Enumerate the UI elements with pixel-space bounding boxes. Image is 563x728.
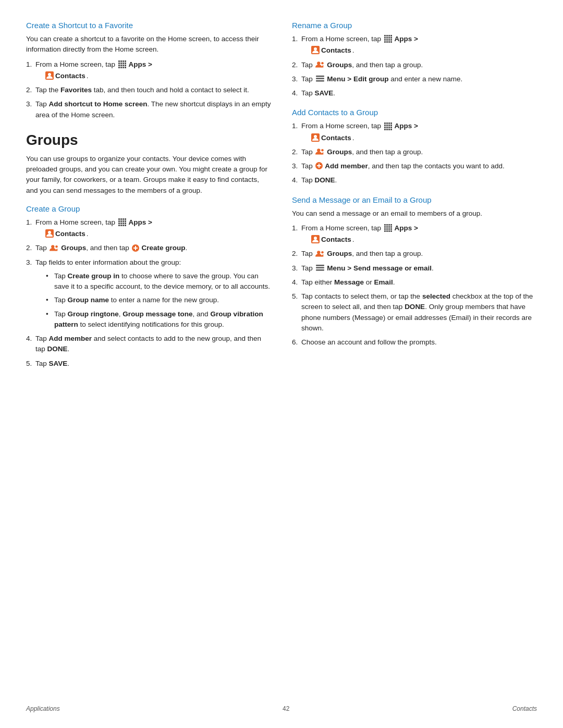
- contacts-icon-5: [311, 235, 320, 243]
- contacts-icon-2: [45, 229, 54, 238]
- svg-rect-69: [384, 127, 386, 128]
- bullet-group-name: Tap Group name to enter a name for the n…: [46, 295, 271, 305]
- svg-rect-103: [316, 269, 324, 271]
- send-step-6: Choose an account and follow the prompts…: [292, 337, 537, 348]
- svg-rect-101: [316, 265, 324, 266]
- send-message-title: Send a Message or an Email to a Group: [292, 195, 537, 204]
- svg-point-17: [48, 73, 51, 76]
- footer-right: Contacts: [512, 705, 537, 712]
- rename-step-1: From a Home screen, tap: [292, 34, 537, 56]
- svg-rect-94: [386, 230, 388, 232]
- svg-rect-4: [118, 63, 120, 64]
- svg-rect-10: [123, 65, 124, 66]
- groups-icon-2: [315, 60, 325, 69]
- svg-rect-65: [384, 125, 386, 126]
- svg-rect-19: [120, 218, 122, 220]
- footer-left: Applications: [26, 705, 60, 712]
- shortcut-title: Create a Shortcut to a Favorite: [26, 21, 271, 30]
- rename-step-3: Tap Menu > Edit group and enter a new na…: [292, 74, 537, 84]
- svg-rect-46: [384, 39, 386, 41]
- svg-point-99: [317, 251, 320, 254]
- svg-rect-71: [388, 127, 390, 128]
- svg-rect-9: [120, 65, 122, 66]
- send-step-1: From a Home screen, tap: [292, 223, 537, 245]
- contacts-icon: [45, 71, 54, 80]
- svg-rect-85: [384, 226, 386, 228]
- svg-rect-15: [125, 67, 126, 68]
- svg-rect-5: [120, 63, 122, 64]
- svg-rect-29: [125, 223, 126, 224]
- svg-rect-70: [386, 127, 388, 128]
- svg-rect-33: [125, 225, 126, 226]
- svg-point-57: [321, 62, 324, 65]
- shortcut-step-1: From a Home screen, tap: [26, 59, 271, 82]
- svg-rect-8: [118, 65, 120, 66]
- svg-rect-50: [384, 41, 386, 43]
- svg-point-35: [48, 231, 51, 234]
- svg-point-100: [321, 251, 324, 254]
- contacts-icon-4: [311, 133, 320, 142]
- add-contacts-step-2: Tap Groups, and then tap a group.: [292, 147, 537, 157]
- svg-rect-86: [386, 226, 388, 228]
- shortcut-intro: You can create a shortcut to a favorite …: [26, 34, 271, 55]
- svg-rect-39: [386, 35, 388, 36]
- svg-point-98: [314, 237, 317, 240]
- footer-page: 42: [283, 705, 289, 712]
- groups-icon-4: [315, 250, 325, 258]
- svg-rect-11: [125, 65, 126, 66]
- svg-rect-68: [390, 125, 392, 126]
- svg-rect-89: [384, 228, 386, 230]
- svg-rect-95: [388, 230, 390, 232]
- svg-rect-102: [316, 267, 324, 268]
- add-circle-icon-2: [315, 162, 323, 169]
- svg-rect-73: [384, 129, 386, 130]
- svg-rect-91: [388, 228, 390, 230]
- add-circle-icon: [132, 244, 139, 252]
- svg-point-79: [317, 149, 320, 152]
- svg-rect-31: [120, 225, 122, 226]
- svg-rect-82: [386, 224, 388, 226]
- svg-rect-27: [120, 223, 122, 224]
- svg-rect-62: [386, 122, 388, 124]
- shortcut-step-3: Tap Add shortcut to Home screen. The new…: [26, 99, 271, 120]
- send-step-5: Tap contacts to select them, or tap the …: [292, 291, 537, 334]
- svg-rect-74: [386, 129, 388, 130]
- svg-rect-21: [125, 218, 126, 220]
- send-step-3: Tap Menu > Send message or email.: [292, 263, 537, 274]
- apps-icon-3: [384, 34, 392, 43]
- create-group-step-1: From a Home screen, tap: [26, 217, 271, 240]
- svg-rect-32: [123, 225, 124, 226]
- svg-rect-22: [118, 220, 120, 222]
- send-step-2: Tap Groups, and then tap a group.: [292, 249, 537, 259]
- add-contacts-step-1: From a Home screen, tap: [292, 121, 537, 143]
- svg-rect-76: [390, 129, 392, 130]
- svg-rect-49: [390, 39, 392, 41]
- svg-rect-83: [388, 224, 390, 226]
- svg-rect-52: [388, 41, 390, 43]
- svg-rect-58: [316, 76, 324, 77]
- rename-step-4: Tap SAVE.: [292, 88, 537, 98]
- groups-icon: [50, 244, 59, 252]
- svg-rect-75: [388, 129, 390, 130]
- svg-rect-6: [123, 63, 124, 64]
- svg-rect-53: [390, 41, 392, 43]
- svg-rect-1: [120, 60, 122, 62]
- svg-rect-45: [390, 37, 392, 39]
- svg-rect-43: [386, 37, 388, 39]
- svg-rect-67: [388, 125, 390, 126]
- svg-rect-93: [384, 230, 386, 232]
- send-step-4: Tap either Message or Email.: [292, 277, 537, 288]
- bullet-create-group-in: Tap Create group in to choose where to s…: [46, 271, 271, 292]
- add-contacts-step-3: Tap Add member, and then tap the contact…: [292, 161, 537, 171]
- svg-rect-63: [388, 122, 390, 124]
- create-group-step-5: Tap SAVE.: [26, 359, 271, 369]
- svg-rect-13: [120, 67, 122, 68]
- svg-rect-61: [384, 122, 386, 124]
- svg-rect-20: [123, 218, 124, 220]
- svg-rect-3: [125, 60, 126, 62]
- svg-rect-90: [386, 228, 388, 230]
- svg-point-55: [314, 47, 317, 51]
- svg-point-78: [314, 135, 317, 138]
- apps-icon-2: [118, 218, 126, 226]
- svg-rect-28: [123, 223, 124, 224]
